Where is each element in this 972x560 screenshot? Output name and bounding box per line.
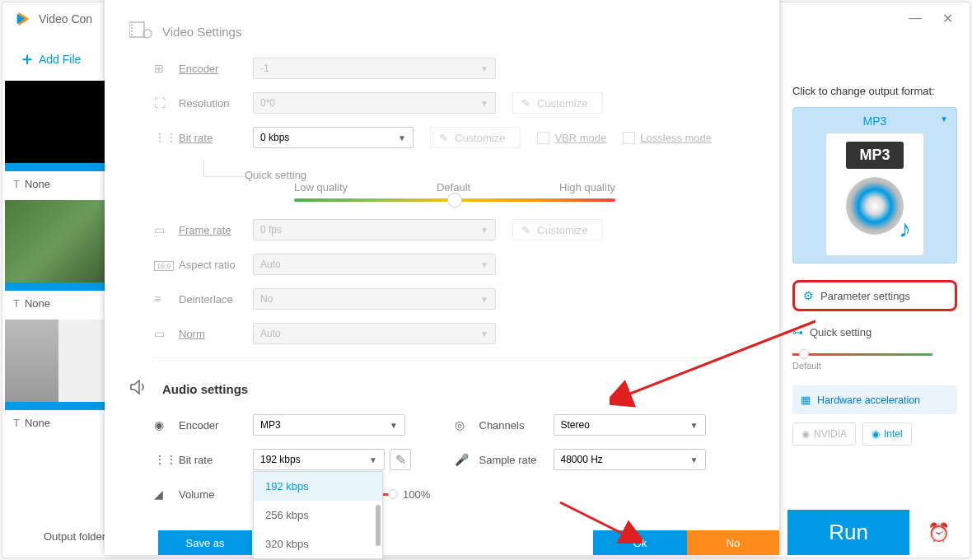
thumbnail-label: None	[25, 297, 50, 310]
default-quality-label: Default	[437, 181, 470, 194]
thumbnail-item[interactable]: TNone	[5, 320, 112, 436]
pencil-icon: ✎	[439, 132, 448, 144]
svg-rect-2	[131, 27, 133, 29]
film-gear-icon	[129, 21, 154, 42]
no-button[interactable]: No	[687, 530, 779, 555]
divider	[154, 357, 730, 358]
thumbnail-item[interactable]: TNone	[5, 200, 112, 316]
customize-framerate-button[interactable]: ✎Customize	[512, 219, 603, 240]
aspect-icon: 16:9	[154, 258, 179, 271]
quality-slider[interactable]	[294, 198, 615, 202]
slider-thumb[interactable]	[388, 489, 398, 499]
thumbnail-image	[5, 320, 112, 402]
deinterlace-icon: ≡	[154, 292, 179, 306]
output-folder-label: Output folder:	[44, 530, 109, 543]
samplerate-label: Sample rate	[479, 454, 554, 466]
customize-bitrate-button[interactable]: ✎Customize	[430, 127, 521, 148]
text-icon: T	[13, 297, 20, 310]
sliders-icon: ⚙	[803, 289, 814, 302]
bitrate-icon: ⋮⋮	[154, 131, 179, 144]
bitrate-option[interactable]: 192 kbps	[254, 472, 382, 501]
ok-button[interactable]: Ok	[593, 530, 687, 555]
bitrate-option[interactable]: 256 kbps	[254, 501, 382, 530]
quick-setting-side[interactable]: ⊶ Quick setting	[792, 326, 957, 338]
quick-setting-label: Quick setting	[810, 326, 872, 338]
text-icon: T	[13, 417, 20, 429]
nvidia-button[interactable]: ◉NVIDIA	[792, 422, 856, 446]
alarm-button[interactable]: ⏰	[909, 510, 967, 555]
hardware-accel-button[interactable]: ▦ Hardware acceleration	[792, 385, 957, 414]
side-quality-slider[interactable]	[792, 353, 932, 356]
text-icon: T	[13, 178, 20, 190]
svg-rect-1	[131, 24, 133, 26]
audio-bitrate-icon: ⋮⋮	[154, 453, 179, 466]
volume-icon: ◢	[154, 488, 179, 501]
deinterlace-combo[interactable]: No▼	[253, 288, 496, 310]
resolution-label: Resolution	[179, 97, 253, 110]
dropdown-scrollbar[interactable]	[376, 505, 381, 546]
output-format-selector[interactable]: MP3 ▼ MP3 ♪	[792, 107, 957, 264]
video-encoder-combo[interactable]: -1▼	[253, 58, 496, 79]
plus-icon: ＋	[19, 48, 35, 70]
thumbnail-progress	[5, 282, 112, 291]
resolution-combo[interactable]: 0*0▼	[253, 92, 496, 114]
quick-setting-label: Quick setting	[245, 169, 306, 181]
edit-bitrate-button[interactable]: ✎	[390, 449, 411, 470]
framerate-combo[interactable]: 0 fps▼	[253, 219, 496, 240]
add-file-button[interactable]: ＋ Add File	[19, 40, 81, 78]
format-title: MP3	[800, 114, 950, 128]
nvidia-icon: ◉	[801, 428, 810, 440]
pencil-icon: ✎	[521, 224, 530, 236]
aspect-combo[interactable]: Auto▼	[253, 254, 496, 275]
app-title: Video Con	[39, 12, 92, 26]
slider-icon: ⊶	[792, 326, 803, 338]
settings-dialog: Video Settings ⊞ Encoder -1▼ ⛶ Resolutio…	[105, 0, 779, 555]
run-button[interactable]: Run	[787, 510, 909, 555]
close-icon[interactable]: ✕	[942, 11, 953, 26]
app-logo-icon	[14, 10, 32, 28]
bitrate-option[interactable]: 320 kbps	[254, 530, 382, 558]
high-quality-label: High quality	[559, 181, 615, 194]
minimize-icon[interactable]: —	[909, 11, 922, 26]
thumbnail-image	[5, 81, 112, 163]
norm-combo[interactable]: Auto▼	[253, 323, 496, 344]
video-section-header: Video Settings	[129, 21, 755, 42]
hw-accel-label: Hardware acceleration	[817, 394, 920, 406]
audio-bitrate-label: Bit rate	[179, 454, 253, 466]
checkbox-icon	[623, 132, 635, 144]
slider-thumb[interactable]	[799, 349, 809, 359]
thumbnail-label: None	[25, 417, 50, 429]
intel-button[interactable]: ◉Intel	[862, 422, 912, 446]
chevron-down-icon: ▼	[690, 421, 699, 430]
norm-label: Norm	[179, 328, 253, 340]
save-as-button[interactable]: Save as	[158, 530, 252, 555]
chevron-down-icon: ▼	[690, 455, 699, 464]
lossless-checkbox[interactable]: Lossless mode	[623, 132, 712, 144]
parameter-settings-button[interactable]: ⚙ Parameter settings	[792, 280, 957, 311]
quality-row: Quick setting Low quality Default High q…	[129, 161, 755, 202]
audio-bitrate-combo[interactable]: 192 kbps▼	[253, 449, 385, 470]
chevron-down-icon: ▼	[480, 64, 488, 73]
audio-encoder-combo[interactable]: MP3▼	[253, 414, 405, 436]
chevron-down-icon: ▼	[480, 99, 488, 108]
framerate-label: Frame rate	[179, 224, 253, 236]
channels-combo[interactable]: Stereo▼	[554, 414, 706, 436]
resolution-icon: ⛶	[154, 96, 179, 110]
slider-thumb[interactable]	[447, 193, 462, 208]
thumbnail-item[interactable]: TNone	[5, 81, 112, 197]
thumbnail-label: None	[25, 178, 50, 190]
audio-section-header: Audio settings	[129, 379, 755, 399]
param-label: Parameter settings	[820, 290, 910, 302]
customize-resolution-button[interactable]: ✎Customize	[512, 92, 603, 114]
video-bitrate-combo[interactable]: 0 kbps▼	[253, 127, 414, 148]
samplerate-combo[interactable]: 48000 Hz▼	[554, 449, 706, 470]
chevron-down-icon: ▼	[390, 421, 398, 430]
right-panel: Click to change output format: MP3 ▼ MP3…	[792, 85, 957, 446]
chevron-down-icon: ▼	[480, 260, 488, 269]
format-icon: MP3 ♪	[825, 133, 924, 256]
output-format-label: Click to change output format:	[792, 85, 957, 97]
aspect-label: Aspect ratio	[179, 259, 253, 271]
framerate-icon: ▭	[154, 223, 179, 236]
mp3-badge: MP3	[846, 142, 903, 169]
vbr-checkbox[interactable]: VBR mode	[537, 132, 606, 144]
